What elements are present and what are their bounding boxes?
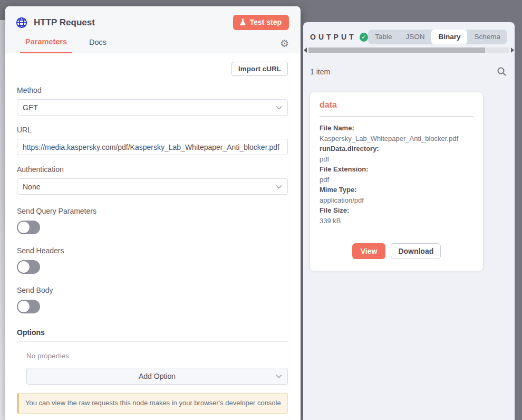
authentication-select[interactable]: None	[17, 178, 288, 195]
send-headers-toggle[interactable]	[17, 260, 40, 274]
binary-data-card: data File Name: Kaspersky_Lab_Whitepaper…	[310, 92, 484, 271]
url-label: URL	[17, 126, 288, 134]
scrollbar-track[interactable]	[308, 47, 509, 53]
rundata-directory-label: runData.directory:	[320, 144, 473, 154]
divider	[320, 117, 473, 117]
method-label: Method	[17, 86, 288, 94]
node-tabs: Parameters Docs ⚙	[16, 37, 289, 53]
tab-parameters[interactable]: Parameters	[20, 37, 72, 53]
test-step-button[interactable]: Test step	[233, 15, 289, 30]
mime-type-value: application/pdf	[320, 195, 473, 206]
tab-binary[interactable]: Binary	[431, 30, 467, 44]
background-strip	[0, 20, 5, 420]
download-button[interactable]: Download	[391, 243, 441, 259]
send-query-parameters-toggle[interactable]	[17, 221, 40, 234]
rundata-directory-value: pdf	[320, 154, 473, 165]
no-properties-text: No properties	[26, 352, 288, 360]
flask-icon	[239, 18, 246, 26]
toggle-knob	[18, 222, 30, 233]
send-query-parameters-label: Send Query Parameters	[17, 207, 288, 215]
scroll-left-arrow-icon[interactable]	[304, 47, 307, 53]
globe-icon	[16, 17, 27, 28]
add-option-select[interactable]: Add Option	[26, 368, 288, 385]
file-size-value: 339 kB	[320, 216, 473, 226]
options-section-title: Options	[17, 328, 288, 342]
file-extension-label: File Extension:	[320, 164, 473, 175]
horizontal-scrollbar[interactable]	[303, 47, 515, 53]
toggle-knob	[18, 301, 30, 312]
node-title: HTTP Request	[34, 17, 95, 28]
send-headers-label: Send Headers	[17, 246, 288, 255]
chevron-down-icon	[276, 374, 282, 378]
mime-type-label: Mime Type:	[320, 185, 473, 195]
file-size-label: File Size:	[320, 205, 473, 216]
node-detail-modal: HTTP Request Test step Parameters Docs ⚙…	[5, 6, 301, 420]
binary-card-title: data	[320, 100, 473, 110]
file-extension-value: pdf	[320, 175, 473, 185]
file-name-label: File Name:	[320, 123, 473, 133]
tab-table[interactable]: Table	[368, 30, 399, 44]
node-header: HTTP Request Test step Parameters Docs ⚙	[5, 6, 301, 53]
send-body-label: Send Body	[17, 286, 288, 294]
output-title: OUTPUT	[310, 33, 356, 41]
test-step-label: Test step	[250, 18, 282, 26]
output-panel: OUTPUT ✓ Table JSON Binary Schema 1 item…	[303, 22, 515, 420]
search-icon[interactable]	[497, 66, 507, 77]
method-value: GET	[23, 103, 38, 112]
file-name-value: Kaspersky_Lab_Whitepaper_Anti_blocker.pd…	[320, 133, 473, 144]
success-check-icon: ✓	[360, 33, 369, 42]
url-input[interactable]	[17, 139, 288, 155]
send-body-toggle[interactable]	[17, 300, 40, 313]
method-select[interactable]: GET	[17, 99, 288, 116]
scroll-right-arrow-icon[interactable]	[511, 47, 514, 53]
tab-json[interactable]: JSON	[399, 30, 431, 44]
add-option-label: Add Option	[139, 372, 176, 380]
developer-console-notice: You can view the raw requests this node …	[17, 393, 288, 414]
import-curl-button[interactable]: Import cURL	[231, 62, 288, 76]
items-count: 1 item	[310, 68, 330, 76]
view-button[interactable]: View	[352, 243, 386, 259]
toggle-knob	[18, 261, 30, 273]
chevron-down-icon	[276, 185, 282, 189]
chevron-down-icon	[276, 106, 282, 110]
output-view-tabs: Table JSON Binary Schema	[368, 30, 507, 44]
tab-docs[interactable]: Docs	[84, 38, 112, 53]
scrollbar-thumb[interactable]	[308, 47, 485, 53]
tab-schema[interactable]: Schema	[467, 30, 507, 44]
node-parameters-body: Import cURL Method GET URL Authenticatio…	[5, 53, 301, 420]
gear-icon[interactable]: ⚙	[280, 39, 289, 49]
authentication-label: Authentication	[17, 165, 288, 174]
authentication-value: None	[23, 183, 40, 191]
